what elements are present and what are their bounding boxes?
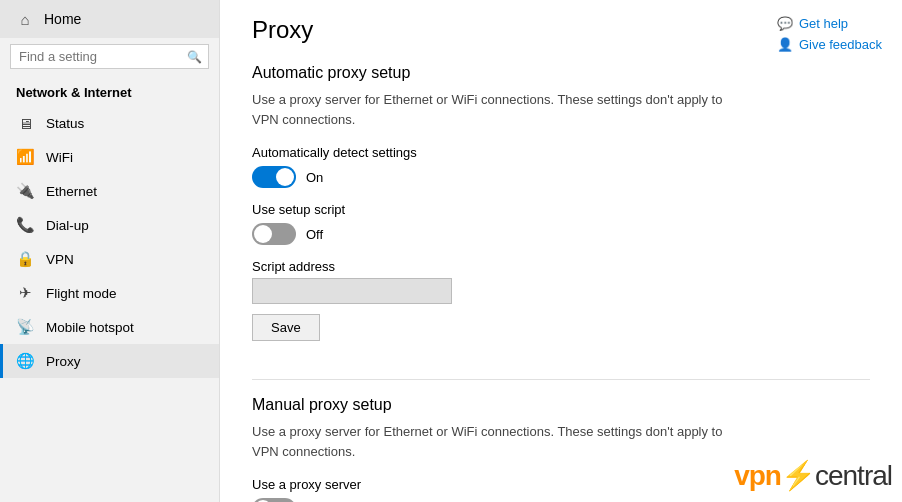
sidebar-item-label: Proxy bbox=[46, 354, 81, 369]
sidebar-item-ethernet[interactable]: 🔌 Ethernet bbox=[0, 174, 219, 208]
status-icon: 🖥 bbox=[16, 114, 34, 132]
toggle-thumb bbox=[254, 225, 272, 243]
sidebar-item-status[interactable]: 🖥 Status bbox=[0, 106, 219, 140]
use-proxy-toggle[interactable] bbox=[252, 498, 296, 502]
setup-script-toggle[interactable] bbox=[252, 223, 296, 245]
dialup-icon: 📞 bbox=[16, 216, 34, 234]
sidebar-item-label: Status bbox=[46, 116, 84, 131]
help-icon: 💬 bbox=[777, 16, 793, 31]
sidebar-item-flight-mode[interactable]: ✈ Flight mode bbox=[0, 276, 219, 310]
ethernet-icon: 🔌 bbox=[16, 182, 34, 200]
main-content: 💬 Get help 👤 Give feedback Proxy Automat… bbox=[220, 0, 902, 502]
auto-section-description: Use a proxy server for Ethernet or WiFi … bbox=[252, 90, 732, 129]
get-help-link[interactable]: 💬 Get help bbox=[777, 16, 848, 31]
section-divider bbox=[252, 379, 870, 380]
sidebar-item-proxy[interactable]: 🌐 Proxy bbox=[0, 344, 219, 378]
sidebar-item-label: VPN bbox=[46, 252, 74, 267]
manual-section-description: Use a proxy server for Ethernet or WiFi … bbox=[252, 422, 732, 461]
search-box[interactable]: 🔍 bbox=[10, 44, 209, 69]
setup-script-setting: Use setup script Off bbox=[252, 202, 870, 245]
hotspot-icon: 📡 bbox=[16, 318, 34, 336]
sidebar-item-vpn[interactable]: 🔒 VPN bbox=[0, 242, 219, 276]
sidebar-item-label: Dial-up bbox=[46, 218, 89, 233]
sidebar-item-label: Ethernet bbox=[46, 184, 97, 199]
auto-detect-toggle-row: On bbox=[252, 166, 870, 188]
script-address-input[interactable] bbox=[252, 278, 452, 304]
sidebar-item-label: Mobile hotspot bbox=[46, 320, 134, 335]
search-icon: 🔍 bbox=[187, 50, 202, 64]
script-address-setting: Script address Save bbox=[252, 259, 870, 365]
feedback-link[interactable]: 👤 Give feedback bbox=[777, 37, 882, 52]
auto-detect-state: On bbox=[306, 170, 323, 185]
auto-detect-toggle[interactable] bbox=[252, 166, 296, 188]
auto-detect-setting: Automatically detect settings On bbox=[252, 145, 870, 188]
sidebar-item-dialup[interactable]: 📞 Dial-up bbox=[0, 208, 219, 242]
toggle-thumb bbox=[276, 168, 294, 186]
sidebar-item-wifi[interactable]: 📶 WiFi bbox=[0, 140, 219, 174]
feedback-label: Give feedback bbox=[799, 37, 882, 52]
setup-script-label: Use setup script bbox=[252, 202, 870, 217]
sidebar-section-title: Network & Internet bbox=[0, 75, 219, 106]
use-proxy-toggle-row: Off bbox=[252, 498, 870, 502]
auto-detect-label: Automatically detect settings bbox=[252, 145, 870, 160]
sidebar-item-label: WiFi bbox=[46, 150, 73, 165]
help-links: 💬 Get help 👤 Give feedback bbox=[777, 16, 882, 52]
vpncentral-logo: vpn⚡central bbox=[734, 459, 892, 492]
sidebar-item-label: Flight mode bbox=[46, 286, 117, 301]
sidebar-item-mobile-hotspot[interactable]: 📡 Mobile hotspot bbox=[0, 310, 219, 344]
setup-script-toggle-row: Off bbox=[252, 223, 870, 245]
flight-icon: ✈ bbox=[16, 284, 34, 302]
save-button[interactable]: Save bbox=[252, 314, 320, 341]
sidebar-item-home[interactable]: ⌂ Home bbox=[0, 0, 219, 38]
feedback-icon: 👤 bbox=[777, 37, 793, 52]
wifi-icon: 📶 bbox=[16, 148, 34, 166]
home-icon: ⌂ bbox=[16, 10, 34, 28]
script-address-label: Script address bbox=[252, 259, 870, 274]
manual-section-heading: Manual proxy setup bbox=[252, 396, 870, 414]
setup-script-state: Off bbox=[306, 227, 323, 242]
auto-section-heading: Automatic proxy setup bbox=[252, 64, 870, 82]
proxy-icon: 🌐 bbox=[16, 352, 34, 370]
get-help-label: Get help bbox=[799, 16, 848, 31]
search-input[interactable] bbox=[19, 49, 187, 64]
vpn-icon: 🔒 bbox=[16, 250, 34, 268]
home-label: Home bbox=[44, 11, 81, 27]
sidebar: ⌂ Home 🔍 Network & Internet 🖥 Status 📶 W… bbox=[0, 0, 220, 502]
